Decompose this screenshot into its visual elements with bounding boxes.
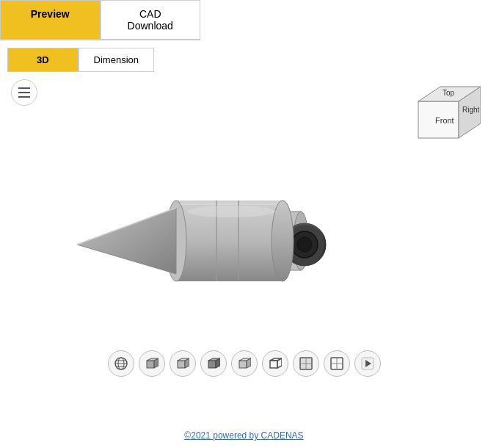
svg-point-18 [297,237,312,252]
svg-rect-39 [270,361,277,368]
svg-point-21 [187,206,275,217]
tab-preview[interactable]: Preview [0,0,101,40]
menu-bar-2 [18,92,30,93]
svg-text:Front: Front [435,116,454,125]
sub-tab-bar: 3D Dimension [7,48,154,72]
subtab-3d[interactable]: 3D [7,48,79,72]
viewer-area: Front Right Top [0,72,488,417]
3d-model-area [37,101,367,380]
svg-point-20 [272,200,294,281]
toolbar-view4-button[interactable] [231,350,258,377]
toolbar-view1-button[interactable] [139,350,165,377]
svg-rect-36 [239,361,247,368]
svg-text:Top: Top [443,89,455,97]
svg-marker-12 [77,208,176,274]
svg-rect-27 [147,361,154,368]
svg-marker-41 [277,358,282,368]
toolbar-view5-button[interactable] [262,350,288,377]
toolbar-globe-button[interactable] [108,350,134,377]
toolbar-view6-button[interactable] [293,350,319,377]
menu-icon-button[interactable] [11,79,37,106]
svg-text:Right: Right [462,106,480,114]
tab-bar: Preview CAD Download [0,0,200,40]
footer: ©2021 powered by CADENAS [0,430,488,441]
cadenas-link[interactable]: ©2021 powered by CADENAS [184,430,303,441]
bottom-toolbar [0,350,488,377]
toolbar-view2-button[interactable] [170,350,196,377]
menu-bar-3 [18,96,30,98]
menu-bar-1 [18,87,30,89]
subtab-dimension[interactable]: Dimension [79,48,154,72]
svg-rect-30 [178,361,185,368]
toolbar-view3-button[interactable] [200,350,227,377]
toolbar-view7-button[interactable] [324,350,350,377]
svg-rect-33 [208,361,216,368]
orientation-cube[interactable]: Front Right Top [407,79,481,153]
tab-cad-download[interactable]: CAD Download [101,0,201,40]
toolbar-play-button[interactable] [354,350,381,377]
